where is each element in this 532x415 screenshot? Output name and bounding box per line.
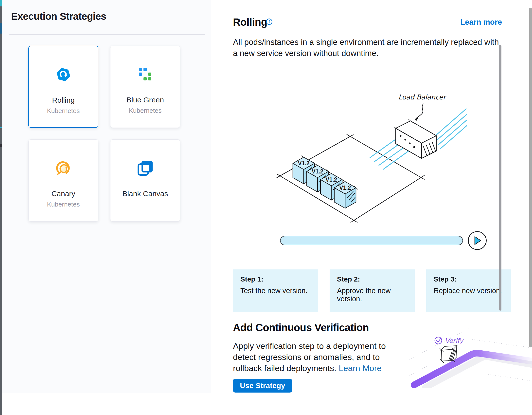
- card-title: Rolling: [52, 96, 75, 104]
- card-subtitle: Kubernetes: [47, 201, 80, 208]
- rolling-deployment-diagram: V1.2 V1.2 V1.2 V1.2 Load Balancer: [272, 85, 467, 223]
- strategy-card-canary[interactable]: Canary Kubernetes: [28, 139, 98, 222]
- step-text: Test the new version.: [240, 287, 311, 295]
- card-title: Blank Canvas: [122, 189, 168, 198]
- learn-more-link[interactable]: Learn more: [460, 18, 502, 27]
- window-scrollbar-thumb[interactable]: [529, 8, 532, 347]
- canary-icon: [55, 160, 71, 176]
- card-subtitle: Kubernetes: [47, 107, 80, 115]
- cv-section-heading: Add Continuous Verification: [233, 322, 369, 334]
- blue-green-icon: [139, 67, 152, 82]
- step-text: Replace new version.: [434, 287, 504, 295]
- background-nav-mark: [0, 144, 2, 147]
- strategy-card-blank-canvas[interactable]: Blank Canvas: [110, 139, 180, 222]
- step-label: Step 2:: [337, 275, 407, 283]
- step-box-3: Step 3: Replace new version.: [426, 269, 511, 312]
- cv-learn-more-link[interactable]: Learn More: [339, 363, 382, 373]
- background-nav-divider: [0, 127, 2, 128]
- use-strategy-button[interactable]: Use Strategy: [233, 379, 292, 393]
- blank-canvas-icon: [137, 160, 153, 176]
- pod-version-label: V1.2: [325, 176, 337, 183]
- pod-version-label: V1.2: [339, 185, 351, 191]
- card-title: Blue Green: [126, 96, 164, 104]
- step-box-1: Step 1: Test the new version.: [233, 269, 318, 312]
- step-label: Step 3:: [434, 275, 504, 283]
- step-box-2: Step 2: Approve the new version.: [330, 269, 415, 312]
- background-nav-accent: [0, 0, 2, 6]
- step-label: Step 1:: [240, 275, 311, 283]
- info-icon[interactable]: [266, 18, 273, 25]
- strategy-card-blue-green[interactable]: Blue Green Kubernetes: [110, 46, 180, 128]
- pod-version-label: V1.2: [298, 160, 309, 167]
- background-app-sliver: [0, 0, 2, 415]
- page-title: Execution Strategies: [11, 11, 106, 22]
- detail-panel-scrollbar-thumb[interactable]: [499, 45, 501, 311]
- divider: [9, 34, 205, 35]
- strategy-detail-title: Rolling: [233, 16, 267, 28]
- strategy-card-rolling[interactable]: Rolling Kubernetes: [28, 46, 98, 128]
- cv-section-body: Apply verification step to a deployment …: [233, 340, 397, 374]
- step-text: Approve the new version.: [337, 287, 407, 303]
- strategy-description: All pods/instances in a single environme…: [233, 37, 500, 59]
- animation-progress-bar[interactable]: [280, 236, 463, 245]
- play-button[interactable]: [468, 231, 487, 250]
- load-balancer-label: Load Balancer: [398, 93, 447, 101]
- verification-illustration: Verify: [407, 326, 532, 388]
- verify-label: Verify: [445, 337, 464, 344]
- background-nav-item: [0, 23, 2, 34]
- card-title: Canary: [52, 189, 75, 198]
- pod-version-label: V1.2: [312, 168, 323, 175]
- card-subtitle: Kubernetes: [129, 107, 162, 114]
- rolling-icon: [56, 67, 71, 82]
